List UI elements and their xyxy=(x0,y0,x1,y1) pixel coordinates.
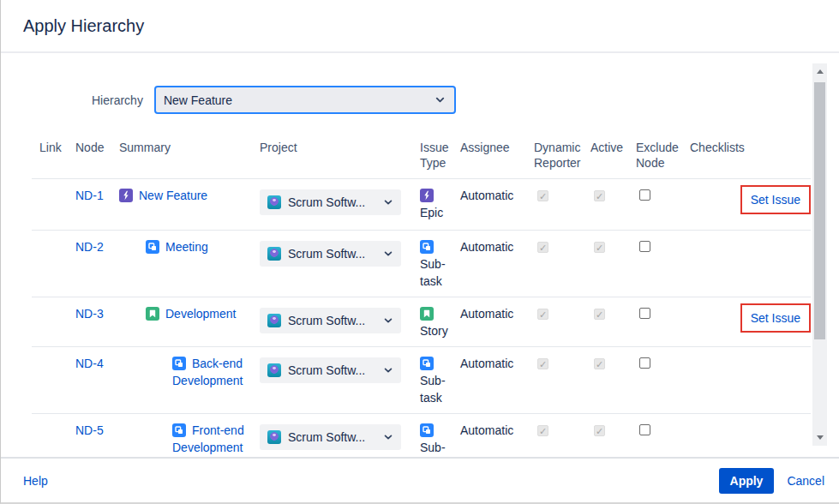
actions-cell xyxy=(745,355,811,406)
node-cell: ND-1 xyxy=(75,187,119,223)
set-issue-highlight-box: Set Issue xyxy=(740,303,811,333)
node-id-link[interactable]: ND-1 xyxy=(75,187,105,204)
project-dropdown[interactable]: Scrum Softw... xyxy=(260,424,401,450)
checklists-cell xyxy=(690,187,745,223)
story-icon xyxy=(420,307,434,321)
help-link[interactable]: Help xyxy=(23,474,48,488)
node-cell: ND-4 xyxy=(75,355,119,406)
column-header-link: Link xyxy=(39,140,75,171)
actions-cell: Set Issue xyxy=(745,187,811,223)
cancel-link[interactable]: Cancel xyxy=(787,474,824,488)
actions-cell: Set Issue xyxy=(745,305,811,339)
checklists-cell xyxy=(690,305,745,339)
column-header-summary: Summary xyxy=(119,140,260,171)
summary-cell: Back-end Development xyxy=(119,355,260,406)
column-header-dynamic-reporter: Dynamic Reporter xyxy=(534,140,590,171)
chevron-down-icon xyxy=(383,249,393,259)
hierarchy-label: Hierarchy xyxy=(92,93,143,107)
scroll-up-arrow-icon[interactable] xyxy=(817,69,824,74)
project-dropdown[interactable]: Scrum Softw... xyxy=(260,241,401,267)
actions-cell xyxy=(745,422,811,457)
column-header-assignee: Assignee xyxy=(460,140,534,171)
project-dropdown[interactable]: Scrum Softw... xyxy=(260,308,401,333)
node-id-link[interactable]: ND-4 xyxy=(75,355,105,372)
set-issue-highlight-box: Set Issue xyxy=(740,185,811,214)
node-cell: ND-3 xyxy=(75,305,119,339)
active-cell: ✓ xyxy=(590,187,636,223)
issue-type-cell: Sub-task xyxy=(420,355,460,406)
project-avatar-icon xyxy=(267,430,281,444)
subtask-icon xyxy=(420,423,434,437)
link-cell xyxy=(39,422,75,457)
node-cell: ND-2 xyxy=(75,238,119,290)
issue-type-cell: Story xyxy=(420,305,460,339)
dynamic-reporter-checkbox: ✓ xyxy=(537,190,548,201)
vertical-scrollbar[interactable] xyxy=(812,63,827,446)
chevron-down-icon xyxy=(383,365,393,375)
issue-type-label: Sub-task xyxy=(420,374,446,405)
exclude-node-checkbox[interactable] xyxy=(639,189,650,201)
chevron-down-icon xyxy=(434,94,446,105)
project-avatar-icon xyxy=(267,247,281,261)
subtask-icon xyxy=(146,240,159,254)
exclude-node-checkbox[interactable] xyxy=(639,357,650,369)
node-id-link[interactable]: ND-2 xyxy=(75,238,105,255)
table-row: ND-1 New Feature Scrum Softw... Epic Aut… xyxy=(32,178,811,230)
checklists-cell xyxy=(690,422,745,457)
exclude-node-checkbox[interactable] xyxy=(639,308,650,319)
project-avatar-icon xyxy=(267,195,281,209)
project-cell: Scrum Softw... xyxy=(260,422,420,457)
table-header-row: Link Node Summary Project Issue Type Ass… xyxy=(32,140,811,178)
subtask-icon xyxy=(420,357,434,370)
hierarchy-select[interactable]: New Feature xyxy=(154,86,456,114)
hierarchy-selected-value: New Feature xyxy=(164,93,434,107)
summary-link[interactable]: New Feature xyxy=(139,189,207,202)
story-icon xyxy=(146,307,159,321)
project-cell: Scrum Softw... xyxy=(260,187,420,223)
exclude-node-cell xyxy=(636,238,690,290)
scroll-down-arrow-icon[interactable] xyxy=(817,435,824,440)
project-name: Scrum Softw... xyxy=(288,312,383,329)
node-id-link[interactable]: ND-5 xyxy=(75,422,105,439)
project-name: Scrum Softw... xyxy=(288,362,383,379)
scrollbar-thumb[interactable] xyxy=(814,82,825,339)
table-row: ND-2 Meeting Scrum Softw... Sub-task Aut… xyxy=(32,230,811,297)
set-issue-link[interactable]: Set Issue xyxy=(751,193,800,207)
summary-cell: New Feature xyxy=(119,187,260,223)
active-checkbox: ✓ xyxy=(594,309,605,320)
summary-link[interactable]: Development xyxy=(165,307,237,321)
exclude-node-checkbox[interactable] xyxy=(639,241,650,252)
exclude-node-checkbox[interactable] xyxy=(639,424,650,435)
column-header-issue-type: Issue Type xyxy=(420,140,460,171)
project-avatar-icon xyxy=(267,314,281,327)
chevron-down-icon xyxy=(383,432,393,442)
issue-type-label: Epic xyxy=(420,206,443,219)
apply-button[interactable]: Apply xyxy=(719,468,775,494)
dynamic-reporter-cell: ✓ xyxy=(534,305,590,339)
assignee-cell: Automatic xyxy=(460,238,534,290)
link-cell xyxy=(39,187,75,223)
dialog-header: Apply Hierarchy xyxy=(1,0,839,53)
issue-type-cell: Sub-task xyxy=(420,238,460,290)
table-row: ND-4 Back-end Development Scrum Softw...… xyxy=(32,346,811,413)
table-row: ND-3 Development Scrum Softw... Story Au… xyxy=(32,297,811,346)
table-body: ND-1 New Feature Scrum Softw... Epic Aut… xyxy=(32,178,811,457)
exclude-node-cell xyxy=(636,305,690,339)
page-title: Apply Hierarchy xyxy=(23,16,144,36)
project-dropdown[interactable]: Scrum Softw... xyxy=(260,357,401,383)
summary-link[interactable]: Meeting xyxy=(165,240,208,254)
node-id-link[interactable]: ND-3 xyxy=(75,305,105,322)
hierarchy-field-row: Hierarchy New Feature xyxy=(92,86,839,114)
chevron-down-icon xyxy=(383,315,393,326)
checklists-cell xyxy=(690,238,745,290)
set-issue-link[interactable]: Set Issue xyxy=(751,311,800,325)
dynamic-reporter-cell: ✓ xyxy=(534,355,590,406)
exclude-node-cell xyxy=(636,422,690,457)
column-header-checklists: Checklists xyxy=(690,140,745,171)
active-cell: ✓ xyxy=(590,422,636,457)
project-dropdown[interactable]: Scrum Softw... xyxy=(260,189,401,215)
link-cell xyxy=(39,355,75,406)
link-cell xyxy=(39,238,75,290)
project-avatar-icon xyxy=(267,363,281,377)
assignee-cell: Automatic xyxy=(460,422,534,457)
